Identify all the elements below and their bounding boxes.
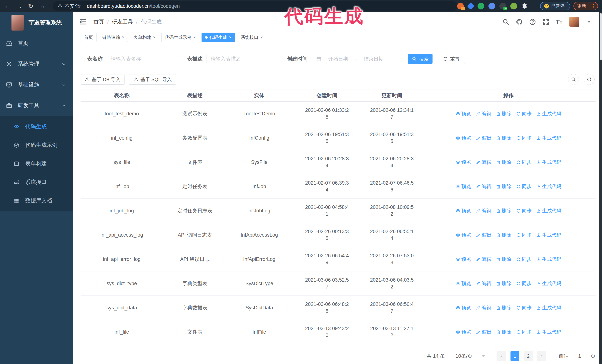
table-name-input[interactable] [107, 54, 176, 64]
avatar-caret-icon[interactable] [587, 21, 591, 23]
action-edit[interactable]: 编辑 [476, 256, 491, 263]
refresh-table-button[interactable] [584, 74, 595, 85]
table-desc-input[interactable] [206, 54, 281, 64]
header-search-icon[interactable] [503, 19, 509, 25]
sidebar-subitem-form-builder[interactable]: 表单构建 [0, 154, 73, 173]
view-tab-系统接口[interactable]: 系统接口 × [237, 32, 266, 42]
puzzle-extensions-icon[interactable] [521, 3, 528, 10]
action-generate-code[interactable]: 生成代码 [537, 135, 561, 141]
page-button-2[interactable]: 2 [524, 351, 533, 361]
page-size-select[interactable]: 10条/页 [452, 351, 489, 361]
bookmark-star-icon[interactable]: ☆ [76, 0, 82, 12]
action-sync[interactable]: 同步 [516, 207, 532, 214]
page-button-1[interactable]: 1 [510, 351, 519, 361]
close-icon[interactable]: × [194, 35, 196, 40]
sidebar-fold-icon[interactable] [79, 18, 87, 26]
prev-page-button[interactable]: ‹ [497, 351, 506, 361]
user-avatar[interactable] [569, 17, 580, 27]
browser-back-icon[interactable]: ← [3, 0, 11, 12]
action-generate-code[interactable]: 生成代码 [537, 304, 561, 311]
orange-circle-extension-icon[interactable]: 1 [457, 3, 464, 10]
action-delete[interactable]: 删除 [496, 183, 511, 190]
blue-grid-extension-icon[interactable] [488, 3, 495, 10]
action-delete[interactable]: 删除 [496, 159, 511, 166]
scrollbar-thumb[interactable] [600, 13, 602, 60]
action-sync[interactable]: 同步 [516, 110, 532, 117]
window-scrollbar[interactable] [599, 12, 602, 364]
action-preview[interactable]: 预览 [456, 135, 471, 141]
action-preview[interactable]: 预览 [456, 280, 471, 287]
view-tab-首页[interactable]: 首页 [81, 32, 97, 42]
view-tab-代码生成[interactable]: 代码生成 × [202, 32, 235, 42]
action-preview[interactable]: 预览 [456, 183, 471, 190]
goto-page-input[interactable] [572, 351, 587, 361]
action-edit[interactable]: 编辑 [476, 183, 491, 190]
sidebar-subitem-system-api[interactable]: 系统接口 [0, 173, 73, 191]
action-sync[interactable]: 同步 [516, 135, 532, 141]
next-page-button[interactable]: › [537, 351, 546, 361]
action-edit[interactable]: 编辑 [476, 280, 491, 287]
action-delete[interactable]: 删除 [496, 256, 511, 263]
app-logo-row[interactable]: 芋道管理系统 [0, 12, 73, 33]
kebab-menu-icon[interactable] [593, 4, 594, 8]
action-preview[interactable]: 预览 [456, 256, 471, 263]
green-check-extension-icon[interactable] [478, 3, 484, 10]
action-sync[interactable]: 同步 [516, 329, 532, 335]
close-icon[interactable]: × [153, 35, 156, 40]
action-edit[interactable]: 编辑 [476, 135, 491, 141]
action-delete[interactable]: 删除 [496, 280, 511, 287]
breadcrumb-home[interactable]: 首页 [94, 18, 104, 25]
action-delete[interactable]: 删除 [496, 110, 511, 117]
import-db-button[interactable]: 基于 DB 导入 [81, 74, 125, 85]
sidebar-item-infrastructure[interactable]: 基础设施 [0, 74, 73, 95]
font-size-icon[interactable]: TT [556, 18, 562, 26]
sidebar-subitem-code-generation[interactable]: 代码生成 [0, 117, 73, 136]
action-generate-code[interactable]: 生成代码 [537, 183, 561, 190]
action-generate-code[interactable]: 生成代码 [537, 280, 561, 287]
action-edit[interactable]: 编辑 [476, 304, 491, 311]
sidebar-item-home[interactable]: 首页 [0, 33, 73, 54]
action-delete[interactable]: 删除 [496, 304, 511, 311]
import-sql-button[interactable]: 基于 SQL 导入 [129, 74, 176, 85]
action-preview[interactable]: 预览 [456, 159, 471, 166]
action-sync[interactable]: 同步 [516, 183, 532, 190]
help-icon[interactable] [529, 19, 536, 25]
breadcrumb-dev-tools[interactable]: 研发工具 [112, 18, 133, 25]
browser-update-button[interactable]: 更新 [573, 2, 598, 10]
sidebar-subitem-database-doc[interactable]: 数据库文档 [0, 191, 73, 210]
close-icon[interactable]: × [260, 35, 263, 40]
search-button[interactable]: 搜索 [408, 54, 432, 64]
reset-button[interactable]: 重置 [438, 54, 465, 64]
action-preview[interactable]: 预览 [456, 207, 471, 214]
action-delete[interactable]: 删除 [496, 329, 511, 335]
start-date-placeholder[interactable]: 开始日期 [324, 56, 352, 62]
action-generate-code[interactable]: 生成代码 [537, 110, 561, 117]
action-sync[interactable]: 同步 [516, 256, 532, 263]
address-bar[interactable]: 不安全 dashboard.yudao.iocoder.cn /tool/cod… [53, 1, 458, 11]
view-tab-链路追踪[interactable]: 链路追踪 × [99, 32, 128, 42]
dark-proxy-extension-icon[interactable]: on [499, 3, 506, 10]
browser-forward-icon[interactable]: → [15, 0, 23, 12]
action-edit[interactable]: 编辑 [476, 110, 491, 117]
action-edit[interactable]: 编辑 [476, 329, 491, 335]
action-generate-code[interactable]: 生成代码 [537, 329, 561, 335]
view-tab-代码生成示例[interactable]: 代码生成示例 × [161, 32, 199, 42]
action-edit[interactable]: 编辑 [476, 232, 491, 239]
action-delete[interactable]: 删除 [496, 135, 511, 141]
action-delete[interactable]: 删除 [496, 232, 511, 239]
toggle-search-button[interactable] [568, 74, 579, 85]
close-icon[interactable]: × [122, 35, 124, 40]
action-preview[interactable]: 预览 [456, 304, 471, 311]
action-sync[interactable]: 同步 [516, 159, 532, 166]
action-generate-code[interactable]: 生成代码 [537, 232, 561, 239]
close-icon[interactable]: × [229, 35, 232, 40]
action-sync[interactable]: 同步 [516, 304, 532, 311]
action-generate-code[interactable]: 生成代码 [537, 256, 561, 263]
fullscreen-icon[interactable] [543, 19, 549, 25]
action-preview[interactable]: 预览 [456, 110, 471, 117]
action-edit[interactable]: 编辑 [476, 159, 491, 166]
action-sync[interactable]: 同步 [516, 280, 532, 287]
action-sync[interactable]: 同步 [516, 232, 532, 239]
blue-gem-extension-icon[interactable] [467, 2, 474, 10]
sidebar-item-system-management[interactable]: 系统管理 [0, 54, 73, 74]
